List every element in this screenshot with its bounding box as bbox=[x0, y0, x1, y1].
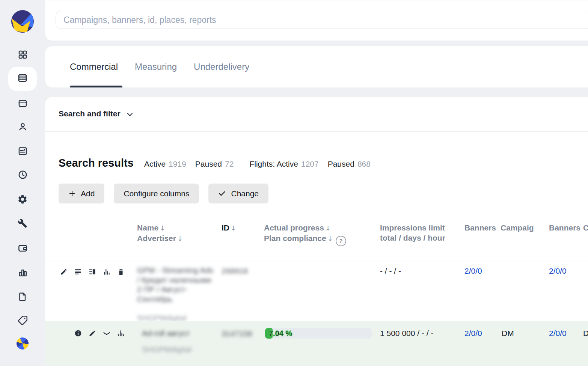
column-header-banners-2: Banners bbox=[549, 223, 580, 233]
toolbar: Add Configure columns Change bbox=[59, 184, 268, 203]
campaign-name[interactable]: Ad-roll август bbox=[142, 329, 190, 338]
column-header-impressions-limit: Impressions limit total / days / hour bbox=[380, 223, 453, 243]
users-person-icon bbox=[18, 122, 28, 133]
tags-label-icon bbox=[18, 315, 28, 327]
sidebar-item-tools[interactable] bbox=[0, 218, 45, 230]
column-separator bbox=[138, 329, 138, 364]
advertiser-name: SHGPMdigital bbox=[142, 345, 191, 354]
services-ball-icon bbox=[17, 337, 29, 349]
info-icon[interactable] bbox=[74, 330, 82, 337]
section-divider bbox=[45, 131, 588, 132]
campaign-name[interactable]: GPM - Streaming Ads / Кредит наличными 2… bbox=[137, 265, 215, 304]
campaign-code: DM bbox=[502, 329, 514, 338]
main-card: Search and filter Search results Active … bbox=[45, 97, 588, 366]
campaign-code-cut: D bbox=[583, 329, 588, 338]
sidebar-item-billing[interactable] bbox=[0, 243, 45, 255]
stats-bars-icon[interactable] bbox=[117, 330, 125, 337]
table-row-highlighted: Ad-roll август SHGPMdigital 3147158 7.04… bbox=[45, 321, 588, 366]
progress-bar: 7.04 % bbox=[265, 328, 372, 339]
configure-columns-button[interactable]: Configure columns bbox=[114, 184, 199, 203]
page-title: Search results bbox=[59, 157, 134, 169]
sort-arrow-icon: ↓ bbox=[177, 235, 183, 242]
layout-split-icon[interactable] bbox=[89, 268, 96, 276]
placements-box-icon bbox=[18, 98, 28, 110]
column-header-campaign: Campaig bbox=[501, 223, 534, 233]
help-question-icon[interactable]: ? bbox=[336, 236, 346, 246]
sidebar-item-history[interactable] bbox=[0, 170, 45, 181]
column-header-banners: Banners bbox=[464, 223, 496, 233]
tab-measuring[interactable]: Measuring bbox=[135, 62, 177, 72]
sidebar-item-campaigns[interactable] bbox=[8, 67, 37, 91]
sidebar-item-settings[interactable] bbox=[0, 194, 45, 206]
stat-flights-active: Flights: Active 1207 bbox=[249, 160, 318, 169]
table-header-divider bbox=[45, 262, 588, 262]
banners-link-2[interactable]: 2/0/0 bbox=[549, 329, 567, 338]
list-lines-icon[interactable] bbox=[74, 268, 82, 276]
sidebar-item-dashboard[interactable] bbox=[0, 50, 45, 61]
search-and-filter-toggle[interactable]: Search and filter bbox=[59, 109, 134, 118]
column-header-progress[interactable]: Actual progress↓ Plan compliance↓? bbox=[264, 223, 346, 246]
check-icon bbox=[218, 190, 226, 197]
global-search-input[interactable] bbox=[56, 11, 588, 29]
stat-paused: Paused 72 bbox=[195, 160, 234, 169]
campaigns-list-icon bbox=[17, 73, 28, 85]
change-button[interactable]: Change bbox=[208, 184, 268, 203]
documents-page-icon bbox=[18, 292, 27, 303]
campaign-id: 3147158 bbox=[222, 329, 252, 338]
column-header-name-advertiser[interactable]: Name↓ Advertiser↓ bbox=[137, 223, 183, 244]
banners-link-2[interactable]: 2/0/0 bbox=[549, 267, 567, 276]
sidebar-item-users[interactable] bbox=[0, 122, 45, 133]
add-button[interactable]: Add bbox=[59, 184, 104, 203]
sidebar-item-placements[interactable] bbox=[0, 98, 45, 110]
sort-arrow-icon: ↓ bbox=[160, 224, 165, 232]
tab-underdelivery[interactable]: Underdelivery bbox=[194, 62, 249, 72]
tools-wrench-icon bbox=[18, 218, 27, 230]
active-tab-underline bbox=[70, 86, 122, 87]
search-and-filter-label: Search and filter bbox=[59, 109, 121, 118]
row-actions bbox=[60, 268, 125, 276]
sidebar bbox=[0, 0, 45, 366]
tab-commercial[interactable]: Commercial bbox=[70, 62, 118, 72]
billing-wallet-icon bbox=[18, 243, 28, 255]
sort-arrow-icon: ↓ bbox=[231, 224, 236, 232]
impressions-limit-value: - / - / - bbox=[380, 267, 401, 276]
edit-pencil-icon[interactable] bbox=[60, 268, 68, 276]
sidebar-item-documents[interactable] bbox=[0, 292, 45, 303]
sidebar-item-tags[interactable] bbox=[0, 315, 45, 327]
banners-link[interactable]: 2/0/0 bbox=[464, 329, 482, 338]
stat-active: Active 1919 bbox=[144, 160, 186, 169]
adfox-logo[interactable] bbox=[0, 10, 45, 35]
sidebar-item-services[interactable] bbox=[0, 337, 45, 349]
tab-bar: Commercial Measuring Underdelivery bbox=[70, 46, 249, 87]
column-header-id[interactable]: ID↓ bbox=[222, 223, 236, 233]
stat-flights-paused: Paused 868 bbox=[328, 160, 371, 169]
plus-icon bbox=[68, 190, 76, 197]
results-header: Search results Active 1919 Paused 72 Fli… bbox=[59, 157, 380, 169]
column-header-cut: C bbox=[583, 223, 588, 233]
grid-icon bbox=[18, 50, 28, 61]
banners-link[interactable]: 2/0/0 bbox=[464, 267, 482, 276]
preview-eye-icon[interactable] bbox=[103, 330, 110, 337]
tabs-card: Commercial Measuring Underdelivery bbox=[45, 46, 588, 87]
sort-arrow-icon: ↓ bbox=[327, 235, 333, 242]
app: Commercial Measuring Underdelivery Searc… bbox=[0, 0, 588, 366]
progress-value: 7.04 % bbox=[269, 329, 292, 338]
impressions-limit-value: 1 500 000 / - / - bbox=[380, 329, 433, 338]
sort-arrow-icon: ↓ bbox=[325, 224, 331, 232]
sidebar-item-statistics[interactable] bbox=[0, 268, 45, 279]
chevron-down-icon bbox=[126, 110, 134, 118]
campaign-id: 268918 bbox=[222, 267, 248, 276]
sidebar-item-ads[interactable] bbox=[0, 146, 45, 158]
logo-icon bbox=[11, 10, 34, 35]
edit-pencil-icon[interactable] bbox=[89, 330, 96, 337]
history-clock-icon bbox=[18, 170, 28, 181]
ads-article-icon bbox=[18, 146, 28, 158]
stats-bars-icon[interactable] bbox=[103, 268, 110, 276]
row-actions bbox=[74, 330, 125, 337]
settings-gear-icon bbox=[17, 194, 28, 206]
statistics-bars-icon bbox=[18, 268, 28, 279]
delete-trash-icon[interactable] bbox=[117, 268, 125, 276]
top-search-card bbox=[45, 0, 588, 41]
